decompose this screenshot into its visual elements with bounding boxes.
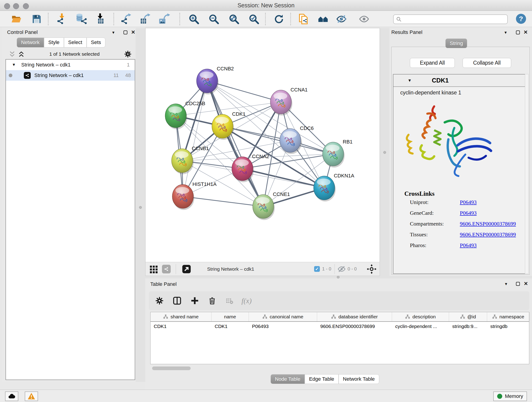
export-table-button[interactable]	[139, 13, 152, 25]
float-panel-icon[interactable]: ▾	[505, 281, 507, 287]
table-cell[interactable]: stringdb:9...	[449, 322, 487, 332]
table-cell[interactable]: cyclin-dependent ...	[392, 322, 449, 332]
memory-button[interactable]: Memory	[493, 391, 527, 401]
tab-network-table[interactable]: Network Table	[339, 374, 379, 384]
export-network-button[interactable]	[120, 13, 133, 25]
tab-style[interactable]: Style	[44, 38, 64, 47]
add-column-icon[interactable]	[191, 297, 199, 305]
cloud-status-button[interactable]	[5, 391, 18, 401]
network-node-CCNA2[interactable]	[232, 157, 254, 182]
table-row[interactable]: CDK1CDK1P064939606.ENSP00000378699cyclin…	[151, 322, 529, 332]
network-node-RB1[interactable]	[323, 142, 345, 167]
table-horizontal-scrollbar[interactable]	[152, 366, 191, 370]
network-edge[interactable]	[207, 81, 263, 206]
tab-sets[interactable]: Sets	[87, 38, 105, 47]
column-header-shared-name[interactable]: shared name	[151, 312, 211, 321]
refresh-styles-button[interactable]	[272, 13, 285, 25]
search-input[interactable]	[402, 17, 500, 22]
network-row[interactable]: String Network – cdk1 11 48	[6, 70, 135, 81]
maximize-panel-icon[interactable]	[516, 282, 520, 286]
network-node-CCNA1[interactable]	[270, 90, 292, 115]
protein-card-header[interactable]: ▼ CDK1	[393, 75, 525, 87]
delete-column-icon[interactable]	[208, 297, 216, 305]
expand-all-button[interactable]: Expand All	[410, 58, 455, 68]
table-cell[interactable]: CDK1	[151, 322, 211, 332]
help-button[interactable]: ?	[516, 14, 526, 24]
hidden-items-icon[interactable]	[337, 265, 346, 273]
zoom-in-button[interactable]	[187, 13, 200, 25]
tab-select[interactable]: Select	[64, 38, 87, 47]
save-session-button[interactable]	[30, 13, 43, 25]
float-panel-icon[interactable]: ▾	[505, 30, 507, 35]
table-cell[interactable]: P06493	[249, 322, 317, 332]
left-splitter[interactable]	[136, 28, 145, 382]
network-node-CCNB2[interactable]	[196, 69, 219, 95]
birds-eye-view-icon[interactable]	[367, 264, 376, 274]
close-panel-icon[interactable]: ✕	[131, 29, 135, 35]
show-columns-icon[interactable]	[173, 296, 181, 305]
network-node-CDC25B[interactable]	[165, 104, 187, 129]
crosslink-link[interactable]: 9606.ENSP00000378699	[460, 231, 516, 237]
hide-selected-button[interactable]	[335, 13, 348, 25]
right-splitter[interactable]	[380, 28, 389, 276]
network-canvas[interactable]: CCNB2CCNA1CDC25BCDK1CDC6RB1CCNB1CCNA2CDK…	[145, 28, 380, 262]
import-table-file-button[interactable]	[94, 13, 107, 25]
collapse-all-networks-icon[interactable]	[18, 51, 25, 57]
network-edge[interactable]	[222, 126, 333, 154]
results-tab-string[interactable]: String	[445, 38, 467, 48]
view-network-icon[interactable]	[162, 265, 171, 274]
column-header-namespace[interactable]: namespace	[487, 312, 530, 321]
maximize-panel-icon[interactable]	[123, 31, 127, 34]
export-image-button[interactable]	[158, 13, 171, 25]
warnings-button[interactable]	[25, 391, 38, 401]
bottom-splitter[interactable]	[145, 276, 532, 279]
network-edge[interactable]	[242, 169, 324, 188]
crosslink-link[interactable]: P06493	[460, 242, 476, 248]
zoom-fit-button[interactable]	[228, 13, 240, 25]
crosslink-link[interactable]: 9606.ENSP00000378699	[460, 221, 516, 227]
column-header-canonical-name[interactable]: canonical name	[249, 312, 317, 321]
column-header-database-identifier[interactable]: database identifier	[317, 312, 392, 321]
zoom-selected-button[interactable]	[247, 13, 260, 25]
new-network-from-selection-button[interactable]	[297, 13, 310, 25]
table-cell[interactable]: stringdb	[487, 322, 530, 332]
collapse-card-icon[interactable]: ▼	[408, 78, 412, 83]
show-all-button[interactable]	[358, 13, 370, 25]
import-network-file-button[interactable]	[55, 13, 68, 25]
import-network-database-button[interactable]	[75, 13, 88, 25]
network-edge[interactable]	[183, 81, 207, 196]
zoom-out-button[interactable]	[207, 13, 220, 25]
crosslink-link[interactable]: P06493	[460, 210, 476, 216]
tab-network[interactable]: Network	[17, 38, 44, 47]
bottom-splitter-handle[interactable]	[337, 276, 340, 279]
view-grid-icon[interactable]	[149, 264, 158, 274]
table-options-gear-icon[interactable]	[155, 297, 164, 305]
expand-all-networks-icon[interactable]	[9, 51, 16, 57]
network-node-CCNE1[interactable]	[253, 195, 275, 220]
close-panel-icon[interactable]: ✕	[524, 281, 528, 287]
close-panel-icon[interactable]: ✕	[524, 29, 528, 35]
network-edge[interactable]	[183, 196, 263, 206]
float-panel-icon[interactable]: ▾	[112, 30, 114, 35]
tab-edge-table[interactable]: Edge Table	[305, 374, 339, 384]
table-cell[interactable]: CDK1	[211, 322, 249, 332]
right-splitter-handle[interactable]	[383, 151, 386, 154]
network-node-CCNB1[interactable]	[172, 149, 194, 174]
collapse-all-button[interactable]: Collapse All	[462, 58, 511, 68]
column-header--id[interactable]: @id	[449, 312, 487, 321]
tab-node-table[interactable]: Node Table	[271, 374, 305, 384]
column-header-name[interactable]: name	[211, 312, 249, 321]
detach-view-icon[interactable]	[182, 264, 191, 274]
column-header-description[interactable]: description	[392, 312, 449, 321]
table-cell[interactable]: 9606.ENSP00000378699	[317, 322, 392, 332]
first-neighbors-button[interactable]	[317, 13, 329, 25]
network-node-CDK1[interactable]	[212, 114, 234, 140]
search-box[interactable]	[393, 14, 508, 24]
results-scrollbar[interactable]	[525, 74, 529, 274]
network-node-CDKN1A[interactable]	[314, 176, 336, 201]
network-collection-row[interactable]: ▼ String Network – cdk1 1	[6, 60, 135, 70]
open-session-button[interactable]	[10, 13, 23, 25]
network-node-HIST1H1A[interactable]	[172, 185, 194, 210]
network-options-gear-icon[interactable]	[124, 51, 132, 58]
crosslink-link[interactable]: P06493	[460, 199, 476, 205]
